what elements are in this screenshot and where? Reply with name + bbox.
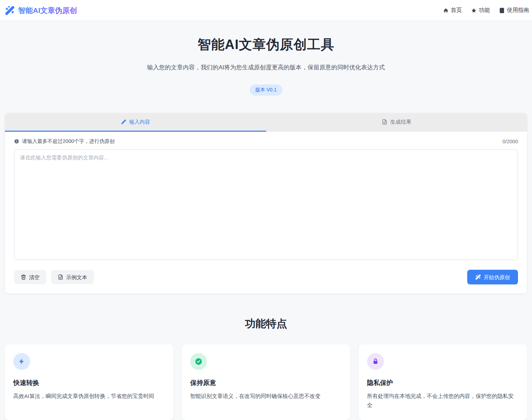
editor-card: 输入内容 生成结果 请输入最多不超过2000个字，进行伪原创 0/2000 xyxy=(5,113,527,294)
char-counter: 0/2000 xyxy=(503,139,518,144)
feature-card-privacy: 隐私保护 所有处理均在本地完成，不会上传您的内容，保护您的隐私安全 xyxy=(359,344,527,420)
brand[interactable]: 智能AI文章伪原创 xyxy=(5,6,77,15)
nav-item-features[interactable]: 功能 xyxy=(471,7,490,14)
feature-description: 高效AI算法，瞬间完成文章伪原创转换，节省您的宝贵时间 xyxy=(13,392,165,401)
example-text-button[interactable]: 示例文本 xyxy=(51,270,94,284)
editor-body: 请输入最多不超过2000个字，进行伪原创 0/2000 清空 xyxy=(5,132,527,294)
input-hint: 请输入最多不超过2000个字，进行伪原创 xyxy=(22,138,115,145)
features-grid: 快速转换 高效AI算法，瞬间完成文章伪原创转换，节省您的宝贵时间 保持原意 智能… xyxy=(5,344,527,420)
nav-item-label: 首页 xyxy=(451,7,462,14)
feature-title: 快速转换 xyxy=(13,378,165,387)
feature-title: 隐私保护 xyxy=(367,378,519,387)
tab-bar: 输入内容 生成结果 xyxy=(5,113,527,132)
tab-label: 输入内容 xyxy=(129,119,150,125)
tab-generated-result[interactable]: 生成结果 xyxy=(266,113,527,132)
page-title: 智能AI文章伪原创工具 xyxy=(0,36,532,54)
start-rewrite-button-label: 开始伪原创 xyxy=(484,275,510,280)
nav-item-label: 使用指南 xyxy=(507,7,529,14)
feature-description: 所有处理均在本地完成，不会上传您的内容，保护您的隐私安全 xyxy=(367,392,519,409)
feature-description: 智能识别文章语义，在改写的同时确保核心意思不改变 xyxy=(190,392,342,401)
lock-icon xyxy=(367,353,384,370)
document-icon xyxy=(382,119,387,125)
info-icon xyxy=(14,139,19,144)
star-icon xyxy=(471,8,477,13)
app-header: 智能AI文章伪原创 首页 功能 使用指南 xyxy=(0,0,532,21)
actions-row: 清空 示例文本 开始伪原 xyxy=(14,270,518,284)
feature-card-keep-meaning: 保持原意 智能识别文章语义，在改写的同时确保核心意思不改变 xyxy=(182,344,350,420)
features-section-title: 功能特点 xyxy=(0,317,532,331)
version-badge: 版本 V0.1 xyxy=(250,84,282,96)
article-input[interactable] xyxy=(14,149,518,260)
pencil-icon xyxy=(121,119,126,125)
document-icon xyxy=(58,274,63,280)
home-icon xyxy=(443,8,449,13)
example-text-button-label: 示例文本 xyxy=(66,275,87,280)
magic-wand-icon xyxy=(5,6,15,15)
nav-item-label: 功能 xyxy=(479,7,490,14)
trash-icon xyxy=(21,274,26,280)
check-circle-icon xyxy=(190,353,207,370)
feature-card-fast-convert: 快速转换 高效AI算法，瞬间完成文章伪原创转换，节省您的宝贵时间 xyxy=(5,344,173,420)
hero-section: 智能AI文章伪原创工具 输入您的文章内容，我们的AI将为您生成原创度更高的版本，… xyxy=(0,21,532,96)
nav-item-home[interactable]: 首页 xyxy=(443,7,462,14)
tab-input-content[interactable]: 输入内容 xyxy=(5,113,266,132)
feature-title: 保持原意 xyxy=(190,378,342,387)
page-subtitle: 输入您的文章内容，我们的AI将为您生成原创度更高的版本，保留原意的同时优化表达方… xyxy=(145,63,387,73)
start-rewrite-button[interactable]: 开始伪原创 xyxy=(467,270,518,284)
brand-title: 智能AI文章伪原创 xyxy=(18,6,77,15)
nav-item-guide[interactable]: 使用指南 xyxy=(499,7,529,14)
tab-label: 生成结果 xyxy=(390,119,411,125)
book-icon xyxy=(499,8,505,13)
top-nav: 首页 功能 使用指南 xyxy=(443,7,529,14)
magic-wand-icon xyxy=(475,274,481,280)
lightning-icon xyxy=(13,353,30,370)
clear-button-label: 清空 xyxy=(29,275,40,280)
hint-row: 请输入最多不超过2000个字，进行伪原创 0/2000 xyxy=(14,138,518,145)
clear-button[interactable]: 清空 xyxy=(14,270,46,284)
